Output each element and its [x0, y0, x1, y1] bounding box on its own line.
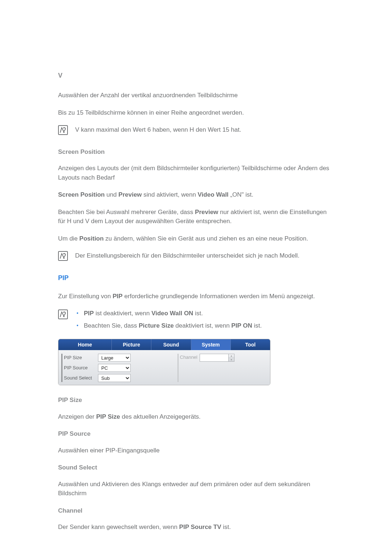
label-pip-source: PIP Source	[64, 364, 96, 372]
bold-pip: PIP	[113, 293, 122, 300]
select-pip-size[interactable]: Large	[98, 354, 131, 362]
channel-input[interactable]	[200, 354, 229, 362]
heading-pip-size: PIP Size	[58, 395, 334, 405]
heading-v: V	[58, 71, 334, 81]
note-pip-bullets: PIP ist deaktiviert, wenn Video Wall ON …	[58, 309, 334, 333]
heading-screen-position: Screen Position	[58, 147, 334, 157]
pip-p1: Zur Einstellung von PIP erforderliche gr…	[58, 292, 334, 301]
pip-source-p: Auswählen einer PIP-Eingangsquelle	[58, 446, 334, 455]
screen-position-p4: Um die Position zu ändern, wählen Sie ei…	[58, 234, 334, 243]
tab-tool[interactable]: Tool	[231, 339, 270, 350]
bold-preview-2: Preview	[195, 209, 218, 216]
tab-system[interactable]: System	[191, 339, 231, 350]
heading-pip-source: PIP Source	[58, 429, 334, 439]
settings-body: PIP Size Large PIP Source PC Sound Selec…	[58, 350, 270, 385]
v-paragraph-1: Auswählen der Anzahl der vertikal anzuor…	[58, 91, 334, 100]
settings-left-column: PIP Size Large PIP Source PC Sound Selec…	[61, 354, 177, 382]
list-item: Beachten Sie, dass Picture Size deaktivi…	[75, 321, 334, 331]
info-icon	[58, 251, 68, 264]
select-sound-select[interactable]: Sub	[98, 374, 131, 382]
select-pip-source[interactable]: PC	[98, 364, 131, 372]
label-pip-size: PIP Size	[64, 354, 96, 361]
note-v: V kann maximal den Wert 6 haben, wenn H …	[58, 125, 334, 138]
heading-sound-select: Sound Select	[58, 463, 334, 472]
channel-p: Der Sender kann gewechselt werden, wenn …	[58, 522, 334, 532]
bold-screen-position: Screen Position	[58, 191, 105, 198]
v-note-text: V kann maximal den Wert 6 haben, wenn H …	[75, 125, 241, 135]
settings-right-column: Channel ▲ ▼	[177, 354, 267, 382]
info-icon	[58, 309, 68, 322]
row-pip-size: PIP Size Large	[64, 354, 177, 362]
bold-preview: Preview	[118, 191, 142, 198]
screen-position-note-text: Der Einstellungsbereich für den Bildschi…	[75, 251, 299, 260]
heading-channel: Channel	[58, 506, 334, 516]
bold-video-wall: Video Wall	[198, 191, 229, 198]
tab-sound[interactable]: Sound	[151, 339, 191, 350]
spinner-up-icon[interactable]: ▲	[229, 354, 234, 358]
label-channel: Channel	[180, 354, 197, 361]
note-screen-position: Der Einstellungsbereich für den Bildschi…	[58, 251, 334, 264]
screen-position-p3: Beachten Sie bei Auswahl mehrerer Geräte…	[58, 208, 334, 226]
screen-position-p1: Anzeigen des Layouts der (mit dem Bildsc…	[58, 164, 334, 182]
bold-position: Position	[79, 235, 104, 242]
v-paragraph-2: Bis zu 15 Teilbildschirme können in eine…	[58, 108, 334, 118]
list-item: PIP ist deaktiviert, wenn Video Wall ON …	[75, 309, 334, 318]
pip-bullet-list: PIP ist deaktiviert, wenn Video Wall ON …	[75, 309, 334, 333]
info-icon	[58, 125, 68, 138]
row-pip-source: PIP Source PC	[64, 364, 177, 372]
row-sound-select: Sound Select Sub	[64, 374, 177, 382]
channel-spinner: ▲ ▼	[200, 354, 234, 362]
pip-size-p: Anzeigen der PIP Size des aktuellen Anze…	[58, 412, 334, 422]
label-sound-select: Sound Select	[64, 374, 96, 382]
tab-home[interactable]: Home	[58, 339, 112, 350]
settings-tabbar: Home Picture Sound System Tool	[58, 339, 270, 350]
spinner-down-icon[interactable]: ▼	[229, 358, 234, 362]
pip-settings-panel: Home Picture Sound System Tool PIP Size …	[58, 339, 270, 385]
sound-select-p: Auswählen und Aktivieren des Klangs entw…	[58, 480, 334, 498]
tab-picture[interactable]: Picture	[112, 339, 151, 350]
heading-pip: PIP	[58, 273, 334, 283]
screen-position-p2: Screen Position und Preview sind aktivie…	[58, 190, 334, 200]
